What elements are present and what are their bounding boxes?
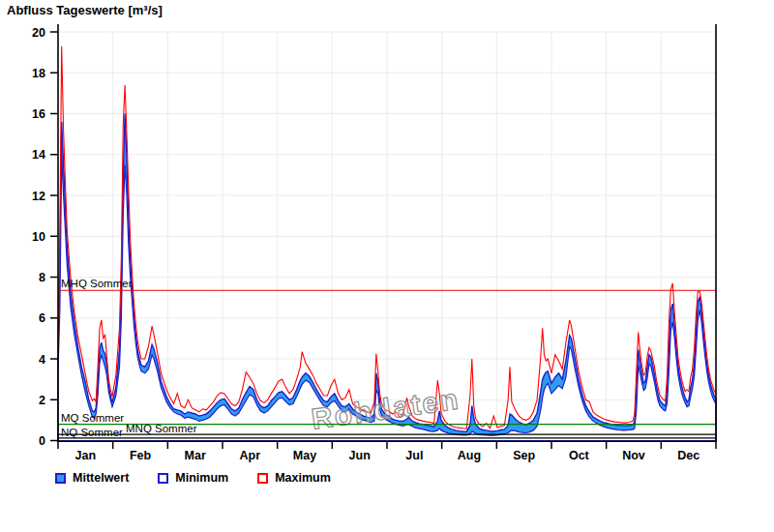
legend-item-maximum: Maximum: [257, 471, 331, 485]
legend-label: Mittelwert: [73, 471, 129, 485]
chart-legend: Mittelwert Minimum Maximum: [55, 471, 331, 485]
ref-line-label: MQ Sommer: [61, 412, 124, 424]
mittelwert-swatch-icon: [55, 473, 66, 484]
month-label: Dec: [677, 449, 700, 462]
legend-label: Minimum: [175, 471, 228, 485]
y-tick-label: 4: [39, 353, 45, 367]
month-label: Nov: [622, 449, 645, 462]
legend-item-minimum: Minimum: [158, 471, 228, 485]
y-tick-label: 18: [32, 67, 45, 80]
y-tick-label: 10: [32, 230, 45, 244]
y-tick-label: 2: [39, 394, 45, 407]
ref-line-label: MHQ Sommer: [61, 278, 133, 289]
legend-label: Maximum: [275, 471, 331, 485]
legend-item-mittelwert: Mittelwert: [55, 471, 129, 485]
month-label: Jul: [405, 449, 423, 462]
y-tick-label: 8: [39, 271, 45, 284]
month-label: Oct: [569, 449, 590, 462]
month-label: May: [293, 449, 316, 462]
month-label: Sep: [513, 449, 535, 462]
y-tick-label: 20: [32, 26, 45, 40]
month-label: Aug: [458, 449, 481, 462]
month-label: Apr: [240, 449, 261, 462]
y-tick-label: 14: [32, 148, 45, 162]
month-label: Jun: [349, 449, 371, 462]
y-tick-label: 6: [39, 311, 45, 325]
minimum-swatch-icon: [158, 473, 168, 484]
y-tick-label: 12: [32, 190, 45, 203]
ref-line-label: MNQ Sommer: [126, 423, 197, 434]
chart-page: Abfluss Tageswerte [m³/s] RohdatenMHQ So…: [0, 0, 774, 532]
y-tick-label: 16: [32, 107, 45, 121]
month-label: Feb: [130, 449, 152, 462]
discharge-chart: RohdatenMHQ SommerMQ SommerMNQ SommerNQ …: [0, 0, 774, 466]
maximum-swatch-icon: [257, 473, 268, 484]
month-label: Jan: [75, 449, 97, 462]
ref-line-label: NQ Sommer: [61, 427, 123, 438]
y-tick-label: 0: [39, 434, 45, 448]
month-label: Mar: [185, 449, 206, 462]
